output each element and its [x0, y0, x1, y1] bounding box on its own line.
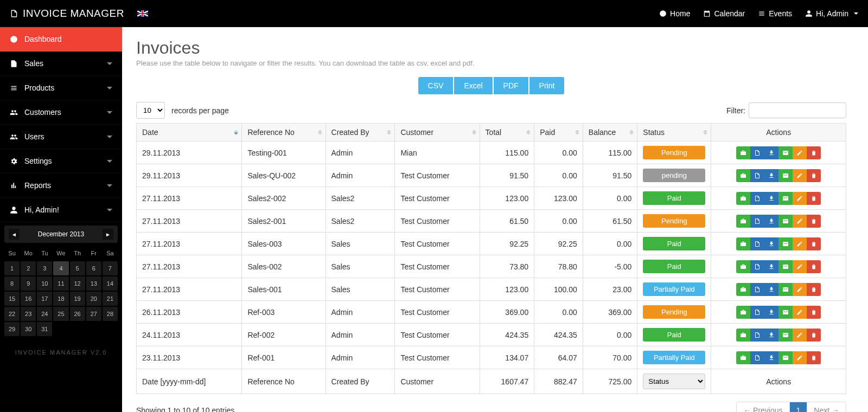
sidebar-item-products[interactable]: Products: [0, 76, 122, 100]
col-customer[interactable]: Customer: [395, 124, 480, 141]
pager-prev[interactable]: ← Previous: [737, 402, 789, 412]
email-button[interactable]: [778, 283, 793, 296]
calendar-day[interactable]: 1: [4, 261, 20, 275]
edit-button[interactable]: [793, 351, 807, 364]
email-button[interactable]: [778, 351, 793, 364]
topnav-events[interactable]: Events: [758, 9, 792, 18]
delete-button[interactable]: [807, 146, 821, 159]
export-pdf-button[interactable]: PDF: [494, 77, 528, 94]
delete-button[interactable]: [807, 306, 821, 319]
open-button[interactable]: [750, 237, 764, 250]
delete-button[interactable]: [807, 192, 821, 205]
calendar-day[interactable]: 17: [37, 292, 52, 306]
email-button[interactable]: [778, 215, 793, 228]
calendar-day[interactable]: 12: [70, 276, 85, 291]
view-button[interactable]: [736, 329, 750, 342]
delete-button[interactable]: [807, 329, 821, 342]
calendar-day[interactable]: 2: [21, 261, 36, 275]
topnav-calendar[interactable]: Calendar: [703, 9, 745, 18]
email-button[interactable]: [778, 146, 793, 159]
sidebar-item-sales[interactable]: Sales: [0, 52, 122, 76]
edit-button[interactable]: [793, 329, 807, 342]
open-button[interactable]: [750, 351, 764, 364]
download-button[interactable]: [764, 192, 778, 205]
download-button[interactable]: [764, 329, 778, 342]
download-button[interactable]: [764, 169, 778, 182]
email-button[interactable]: [778, 237, 793, 250]
calendar-day[interactable]: 15: [4, 292, 20, 306]
locale-flag-icon[interactable]: [137, 10, 148, 17]
email-button[interactable]: [778, 260, 793, 273]
col-date[interactable]: Date: [137, 124, 242, 141]
edit-button[interactable]: [793, 146, 807, 159]
email-button[interactable]: [778, 329, 793, 342]
calendar-day[interactable]: 20: [86, 292, 101, 306]
calendar-day[interactable]: 29: [4, 322, 20, 336]
delete-button[interactable]: [807, 237, 821, 250]
sidebar-item-reports[interactable]: Reports: [0, 173, 122, 198]
calendar-day[interactable]: 10: [37, 276, 52, 291]
edit-button[interactable]: [793, 169, 807, 182]
calendar-day[interactable]: 23: [21, 307, 36, 321]
download-button[interactable]: [764, 260, 778, 273]
calendar-day[interactable]: 4: [53, 261, 68, 275]
open-button[interactable]: [750, 283, 764, 296]
email-button[interactable]: [778, 306, 793, 319]
records-select[interactable]: 10: [136, 102, 165, 119]
calendar-day[interactable]: 26: [70, 307, 85, 321]
delete-button[interactable]: [807, 260, 821, 273]
calendar-day[interactable]: 13: [86, 276, 101, 291]
calendar-day[interactable]: 28: [103, 307, 118, 321]
edit-button[interactable]: [793, 283, 807, 296]
calendar-day[interactable]: 11: [53, 276, 68, 291]
calendar-day[interactable]: 3: [37, 261, 52, 275]
view-button[interactable]: [736, 306, 750, 319]
edit-button[interactable]: [793, 260, 807, 273]
calendar-day[interactable]: 25: [53, 307, 68, 321]
col-reference-no[interactable]: Reference No: [242, 124, 326, 141]
edit-button[interactable]: [793, 306, 807, 319]
download-button[interactable]: [764, 215, 778, 228]
calendar-day[interactable]: 18: [53, 292, 68, 306]
col-status[interactable]: Status: [637, 124, 711, 141]
download-button[interactable]: [764, 306, 778, 319]
open-button[interactable]: [750, 260, 764, 273]
pager-next[interactable]: Next →: [807, 402, 846, 412]
calendar-prev-button[interactable]: ◄: [9, 229, 20, 240]
calendar-day[interactable]: 9: [21, 276, 36, 291]
view-button[interactable]: [736, 283, 750, 296]
view-button[interactable]: [736, 146, 750, 159]
export-print-button[interactable]: Print: [529, 77, 565, 94]
calendar-day[interactable]: 8: [4, 276, 20, 291]
delete-button[interactable]: [807, 283, 821, 296]
delete-button[interactable]: [807, 215, 821, 228]
calendar-day[interactable]: 27: [86, 307, 101, 321]
calendar-day[interactable]: 7: [103, 261, 118, 275]
status-filter-select[interactable]: Status: [643, 374, 705, 389]
view-button[interactable]: [736, 192, 750, 205]
col-created-by[interactable]: Created By: [326, 124, 395, 141]
view-button[interactable]: [736, 237, 750, 250]
sidebar-item-customers[interactable]: Customers: [0, 100, 122, 125]
export-csv-button[interactable]: CSV: [418, 77, 454, 94]
edit-button[interactable]: [793, 237, 807, 250]
delete-button[interactable]: [807, 351, 821, 364]
sidebar-item-hi-admin-[interactable]: Hi, Admin!: [0, 198, 122, 222]
email-button[interactable]: [778, 192, 793, 205]
filter-input[interactable]: [749, 102, 846, 118]
open-button[interactable]: [750, 169, 764, 182]
export-excel-button[interactable]: Excel: [454, 77, 492, 94]
delete-button[interactable]: [807, 169, 821, 182]
calendar-day[interactable]: 6: [86, 261, 101, 275]
topnav-user[interactable]: Hi, Admin: [805, 9, 858, 18]
sidebar-item-dashboard[interactable]: Dashboard: [0, 27, 122, 52]
calendar-day[interactable]: 14: [103, 276, 118, 291]
col-paid[interactable]: Paid: [534, 124, 583, 141]
open-button[interactable]: [750, 329, 764, 342]
calendar-day[interactable]: 30: [21, 322, 36, 336]
edit-button[interactable]: [793, 192, 807, 205]
open-button[interactable]: [750, 146, 764, 159]
calendar-day[interactable]: 5: [70, 261, 85, 275]
download-button[interactable]: [764, 146, 778, 159]
download-button[interactable]: [764, 351, 778, 364]
